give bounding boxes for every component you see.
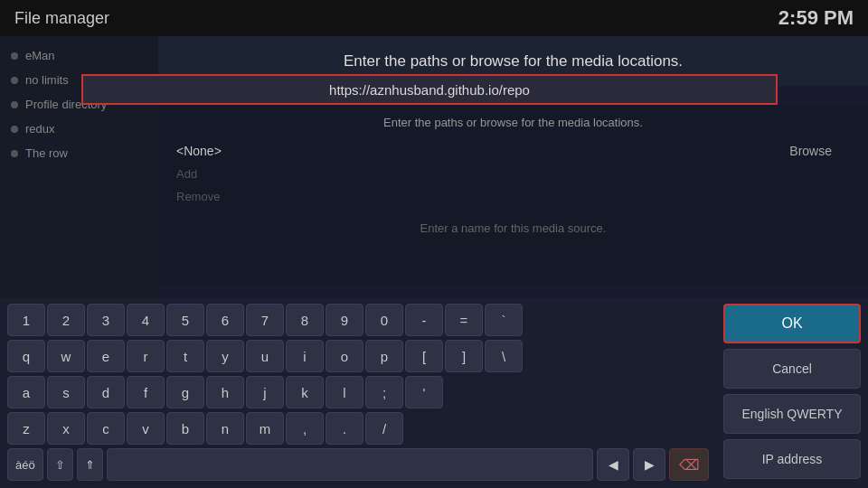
key-%60[interactable]: ` <box>485 304 523 336</box>
sidebar-dot-icon <box>11 52 18 60</box>
key-%3B[interactable]: ; <box>365 376 403 408</box>
remove-label: Remove <box>176 190 220 203</box>
key-f[interactable]: f <box>127 376 165 408</box>
key-m[interactable]: m <box>246 412 284 445</box>
sidebar-item-label: eMan <box>25 49 55 62</box>
key-7[interactable]: 7 <box>246 304 284 336</box>
key-p[interactable]: p <box>365 340 403 372</box>
key-a[interactable]: a <box>7 376 45 408</box>
keys-section: 1234567890-=` qwertyuiop[]\ asdfghjkl;' … <box>0 298 716 488</box>
form-row-add: Add <box>176 167 850 181</box>
shift-key[interactable]: ⇑ <box>77 448 103 481</box>
key-6[interactable]: 6 <box>206 304 244 336</box>
sidebar-item-eman[interactable]: eMan <box>0 43 158 68</box>
key-9[interactable]: 9 <box>326 304 363 336</box>
dialog-form: Enter the paths or browse for the media … <box>158 105 868 286</box>
key-q[interactable]: q <box>7 340 45 372</box>
add-label: Add <box>176 167 197 181</box>
key-%3D[interactable]: = <box>445 304 483 336</box>
keyboard-row-asdf: asdfghjkl;' <box>7 376 709 408</box>
browse-button[interactable]: Browse <box>789 144 832 158</box>
key-y[interactable]: y <box>206 340 244 372</box>
ok-button[interactable]: OK <box>723 304 861 343</box>
key-v[interactable]: v <box>127 412 165 445</box>
sidebar-dot-icon <box>11 150 18 157</box>
key-'[interactable]: ' <box>405 376 443 408</box>
form-row-remove: Remove <box>176 190 850 203</box>
key-j[interactable]: j <box>246 376 284 408</box>
key-z[interactable]: z <box>7 412 45 445</box>
key-i[interactable]: i <box>286 340 324 372</box>
key-l[interactable]: l <box>326 376 363 408</box>
key-4[interactable]: 4 <box>127 304 165 336</box>
key-h[interactable]: h <box>206 376 244 408</box>
key-x[interactable]: x <box>47 412 85 445</box>
none-label: <None> <box>176 144 267 158</box>
url-bar-container[interactable] <box>81 74 778 105</box>
keyboard-row-special: àéö ⇧ ⇑ ◀ ▶ ⌫ <box>7 448 709 481</box>
sidebar-item-the-row[interactable]: The row <box>0 141 158 165</box>
form-row-path: <None> Browse <box>176 144 850 158</box>
right-arrow-key[interactable]: ▶ <box>633 448 665 481</box>
app-title: File manager <box>14 9 109 28</box>
key-k[interactable]: k <box>286 376 324 408</box>
top-bar: File manager 2:59 PM <box>0 0 868 36</box>
shift-lock-key[interactable]: ⇧ <box>47 448 73 481</box>
ip-address-button[interactable]: IP address <box>723 439 861 479</box>
key-%5B[interactable]: [ <box>405 340 443 372</box>
keyboard-row-qwerty: qwertyuiop[]\ <box>7 340 709 372</box>
url-input[interactable] <box>83 82 776 98</box>
key-2[interactable]: 2 <box>47 304 85 336</box>
key-o[interactable]: o <box>326 340 363 372</box>
keyboard-area: 1234567890-=` qwertyuiop[]\ asdfghjkl;' … <box>0 298 868 488</box>
keyboard-row-numbers: 1234567890-=` <box>7 304 709 336</box>
sidebar-dot-icon <box>11 126 18 133</box>
sidebar-item-redux[interactable]: redux <box>0 117 158 141</box>
key-u[interactable]: u <box>246 340 284 372</box>
cancel-button[interactable]: Cancel <box>723 349 861 389</box>
key--[interactable]: - <box>405 304 443 336</box>
sidebar-item-label: no limits <box>25 73 69 87</box>
sidebar-item-label: The row <box>25 146 68 160</box>
dialog-title: Enter the paths or browse for the media … <box>344 52 683 70</box>
key-e[interactable]: e <box>87 340 125 372</box>
backspace-key[interactable]: ⌫ <box>669 448 709 481</box>
spacebar-key[interactable] <box>107 448 593 481</box>
sidebar-dot-icon <box>11 101 18 108</box>
key-d[interactable]: d <box>87 376 125 408</box>
key-%5C[interactable]: \ <box>485 340 523 372</box>
key-.[interactable]: . <box>326 412 363 445</box>
key-3[interactable]: 3 <box>87 304 125 336</box>
left-arrow-key[interactable]: ◀ <box>597 448 629 481</box>
key-r[interactable]: r <box>127 340 165 372</box>
key-t[interactable]: t <box>166 340 204 372</box>
sidebar-item-label: redux <box>25 122 55 136</box>
name-hint: Enter a name for this media source. <box>420 221 607 235</box>
key-w[interactable]: w <box>47 340 85 372</box>
dialog-subtitle: Enter the paths or browse for the media … <box>383 116 643 129</box>
key-8[interactable]: 8 <box>286 304 324 336</box>
layout-button[interactable]: English QWERTY <box>723 394 861 434</box>
sidebar-dot-icon <box>11 77 18 84</box>
key-5[interactable]: 5 <box>166 304 204 336</box>
key-g[interactable]: g <box>166 376 204 408</box>
key-0[interactable]: 0 <box>365 304 403 336</box>
keyboard-row-zxcv: zxcvbnm,./ <box>7 412 709 445</box>
accent-key[interactable]: àéö <box>7 448 43 481</box>
side-buttons: OK Cancel English QWERTY IP address <box>716 298 868 488</box>
key-n[interactable]: n <box>206 412 244 445</box>
key-1[interactable]: 1 <box>7 304 45 336</box>
clock: 2:59 PM <box>778 6 854 30</box>
key-%5D[interactable]: ] <box>445 340 483 372</box>
key-%2C[interactable]: , <box>286 412 324 445</box>
key-b[interactable]: b <box>166 412 204 445</box>
key-s[interactable]: s <box>47 376 85 408</box>
key-c[interactable]: c <box>87 412 125 445</box>
key-%2F[interactable]: / <box>365 412 403 445</box>
